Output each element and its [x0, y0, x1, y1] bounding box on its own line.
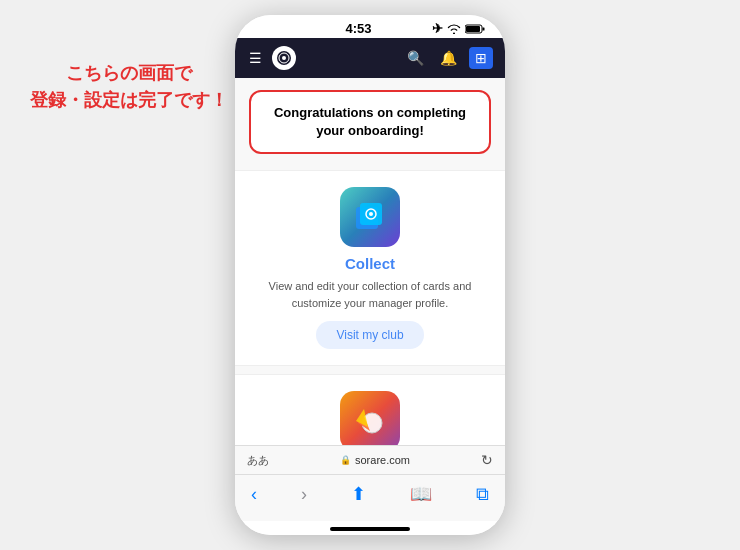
home-indicator: [235, 521, 505, 535]
svg-rect-1: [483, 27, 485, 30]
url-bar[interactable]: 🔒 sorare.com: [340, 454, 410, 466]
status-bar: 4:53 ✈: [235, 15, 505, 38]
app-nav-bar: ☰ 🔍 🔔 ⊞: [235, 38, 505, 78]
wifi-icon: [447, 24, 461, 34]
play-section: Play Register teams for weekly competiti…: [235, 374, 505, 445]
phone-frame: 4:53 ✈ ☰: [235, 15, 505, 535]
tabs-button[interactable]: ⧉: [476, 484, 489, 505]
home-bar: [330, 527, 410, 531]
annotation-line2: 登録・設定は完了です！: [30, 87, 228, 114]
collect-section: Collect View and edit your collection of…: [235, 170, 505, 366]
refresh-icon[interactable]: ↻: [481, 452, 493, 468]
airplane-icon: ✈: [432, 21, 443, 36]
app-logo: [272, 46, 296, 70]
battery-icon: [465, 24, 485, 34]
lock-icon: 🔒: [340, 455, 351, 465]
annotation-line1: こちらの画面で: [30, 60, 228, 87]
bookmarks-button[interactable]: 📖: [410, 483, 432, 505]
active-tab-icon[interactable]: ⊞: [469, 47, 493, 69]
status-icons: ✈: [432, 21, 485, 36]
svg-point-5: [282, 56, 286, 60]
collect-description: View and edit your collection of cards a…: [247, 278, 493, 311]
back-button[interactable]: ‹: [251, 484, 257, 505]
menu-icon[interactable]: ☰: [247, 48, 264, 68]
svg-rect-2: [466, 26, 480, 32]
browser-bar: ああ 🔒 sorare.com ↻: [235, 445, 505, 474]
bell-icon[interactable]: 🔔: [436, 48, 461, 68]
svg-point-9: [369, 212, 373, 216]
play-icon: [340, 391, 400, 445]
annotation-text: こちらの画面で 登録・設定は完了です！: [30, 60, 228, 114]
share-button[interactable]: ⬆: [351, 483, 366, 505]
collect-icon: [340, 187, 400, 247]
font-size-control[interactable]: ああ: [247, 453, 269, 468]
congrats-text: Congratulations on completing your onboa…: [274, 105, 466, 138]
browser-bottom-nav: ‹ › ⬆ 📖 ⧉: [235, 474, 505, 521]
forward-button[interactable]: ›: [301, 484, 307, 505]
congrats-banner: Congratulations on completing your onboa…: [249, 90, 491, 154]
page-content: Congratulations on completing your onboa…: [235, 78, 505, 445]
url-text: sorare.com: [355, 454, 410, 466]
status-time: 4:53: [285, 21, 432, 36]
collect-title: Collect: [345, 255, 395, 272]
visit-my-club-button[interactable]: Visit my club: [316, 321, 423, 349]
search-icon[interactable]: 🔍: [403, 48, 428, 68]
